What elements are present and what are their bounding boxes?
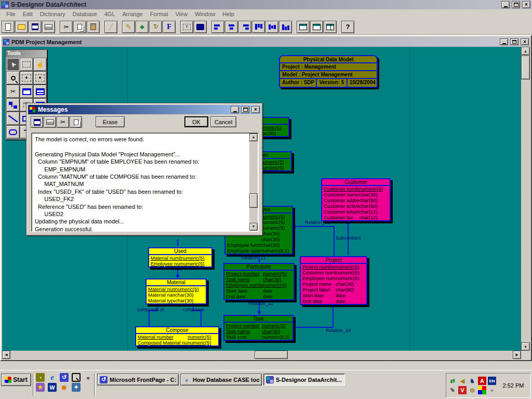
scheduler-icon[interactable]: ◔ [36,373,45,382]
print-button[interactable] [42,21,55,33]
ok-button[interactable]: OK [184,116,208,127]
table-used[interactable]: UsedMaterial numbernumeric(5)Employee nu… [148,247,212,268]
table-task[interactable]: TaskProject numbernumeric(5)Task namecha… [223,315,294,341]
copy-button[interactable] [73,21,86,33]
messages-scrollbar[interactable]: ▲ ▼ [249,134,258,231]
fill-color-button[interactable]: ◆ [136,21,149,33]
copy-button[interactable] [70,116,82,128]
volume-icon[interactable]: ◀ [458,377,467,385]
table-participate[interactable]: ParticipateProject numbernumeric(5)Task … [223,263,295,300]
align-middle-button[interactable] [265,21,278,33]
table-project[interactable]: ProjectProject numbernumeric(5)Customer … [300,256,367,305]
internet-explorer-icon[interactable]: e [48,373,57,382]
save-button[interactable] [29,21,42,33]
menu-edit[interactable]: Edit [19,10,36,19]
delete-tool[interactable]: ✂ [6,85,20,98]
pdm-vertical-scrollbar[interactable]: ▲ ▼ [521,47,530,351]
auto-label-button[interactable]: T [180,21,193,33]
print-button[interactable] [44,116,56,128]
menu-window[interactable]: Window [191,10,219,19]
messages-minimize-button[interactable] [231,106,239,113]
format-painter-button[interactable]: ╱ [104,21,117,33]
menu-arrange[interactable]: Arrange [119,10,147,19]
help-button[interactable]: ? [341,21,354,33]
view-tool[interactable] [33,85,47,98]
language-indicator-icon[interactable]: EN [488,377,496,385]
menu-database[interactable]: Database [69,10,101,19]
model-info-box[interactable]: Physical Data Model Project : Management… [279,55,378,88]
scroll-down-icon[interactable]: ▼ [521,342,530,351]
channels-icon[interactable]: ★ [36,383,45,392]
new-button[interactable] [2,21,15,33]
table-tool[interactable] [20,85,33,98]
save-button[interactable] [31,116,43,128]
reference-tool[interactable] [6,98,20,112]
word-icon[interactable]: W [48,383,57,392]
pointer-tool[interactable]: ➤ [6,58,20,71]
table-compose[interactable]: ComposeMaterial numbernumeric(5)Composed… [135,326,219,347]
lasso-tool[interactable] [20,58,33,71]
scroll-thumb[interactable] [249,193,258,208]
agent-icon[interactable]: ♞ [468,377,476,385]
cut-button[interactable]: ✂ [57,116,69,128]
menu-view[interactable]: View [171,10,191,19]
dialup-icon[interactable]: ● [488,386,496,394]
paste-button[interactable] [87,21,100,33]
grabber-tool[interactable]: ☝ [33,58,47,71]
close-button[interactable]: × [522,1,530,8]
scroll-up-icon[interactable]: ▲ [521,47,530,55]
imaging-icon[interactable]: ✦ [72,383,81,392]
scroll-thumb[interactable] [255,351,288,359]
task-button-internet-explorer[interactable]: eHow Database CASE tool ... [180,374,262,385]
maximize-button[interactable] [512,1,520,8]
media-player-icon[interactable]: ◉ [60,383,69,392]
messages-title-bar[interactable]: Messages × [28,105,261,114]
start-button[interactable]: Start [1,374,31,386]
tools-palette-title[interactable]: Tools [6,50,47,57]
minimize-button[interactable] [501,1,510,8]
table-customer[interactable]: CustomerCustomer numbernumeric(5)Custome… [321,178,391,221]
overflow-chevron-icon[interactable]: » [84,373,92,382]
line-tool[interactable] [6,112,20,125]
antivirus-icon[interactable]: V [458,386,467,394]
align-top-button[interactable] [252,21,265,33]
align-left-button[interactable] [211,21,224,33]
menu-4gl[interactable]: 4GL [101,10,119,19]
pen-icon[interactable]: ✎ [448,386,457,394]
messages-close-button[interactable]: × [251,106,260,113]
task-button-s-designor[interactable]: S-Designor DataArchit... [263,374,345,385]
zoom-out-area-tool[interactable]: + [33,71,47,85]
diagram-canvas[interactable]: Physical Data Model Project : Management… [2,47,521,351]
menu-help[interactable]: Help [219,10,238,19]
open-button[interactable] [15,21,28,33]
rounded-rectangle-tool[interactable] [6,125,20,139]
zoom-tool[interactable] [6,71,20,85]
pdm-minimize-button[interactable] [500,38,508,45]
align-bottom-button[interactable] [279,21,292,33]
align-center-button[interactable] [225,21,238,33]
table-material[interactable]: MaterialMaterial numbernumeric(5)Materia… [145,278,207,304]
windows-flag-icon[interactable] [478,386,486,394]
pdm-restore-button[interactable] [510,38,518,45]
scroll-left-icon[interactable]: ◀ [2,351,10,359]
update-icon[interactable]: ⊙ [468,386,476,394]
cancel-button[interactable]: Cancel [210,116,236,127]
window-model-button[interactable] [297,21,310,33]
font-button[interactable]: F [163,21,176,33]
ati-icon[interactable]: A [478,377,486,385]
messages-log[interactable]: The model is correct, no errors were fou… [31,132,259,232]
pdm-close-button[interactable]: × [521,38,529,45]
menu-dictionary[interactable]: Dictionary [36,10,69,19]
window-vertical-button[interactable] [310,21,323,33]
align-right-button[interactable] [238,21,251,33]
search-icon[interactable] [72,373,81,382]
window-horizontal-button[interactable] [324,21,337,33]
text-style-button[interactable]: T∕ [149,21,162,33]
frontpage-icon[interactable]: ↺ [60,373,69,382]
scroll-down-icon[interactable]: ▼ [249,223,258,231]
connection-icon[interactable]: ⇄ [448,377,457,385]
menu-file[interactable]: File [3,10,19,19]
scroll-thumb[interactable] [521,56,530,79]
zoom-in-area-tool[interactable]: + [20,71,33,85]
erase-button[interactable]: Erase [96,116,125,127]
